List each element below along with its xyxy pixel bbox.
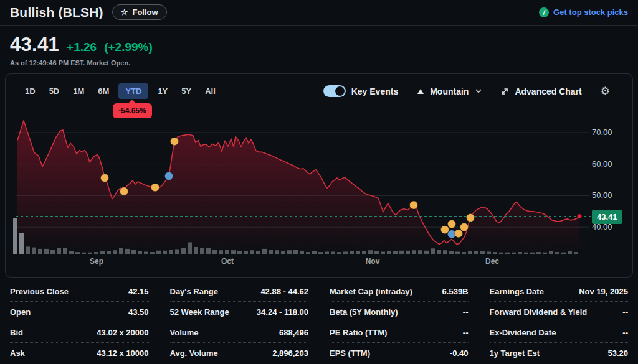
chart-type-label: Mountain [430,86,469,96]
x-tick-dec: Dec [485,257,499,266]
stat-value: -- [463,307,469,317]
range-tab-1m[interactable]: 1M [69,83,88,99]
stat-label: Previous Close [10,287,69,296]
key-events-label: Key Events [351,86,398,96]
stat-label: Avg. Volume [170,348,218,358]
stat-value: 53.20 [607,348,628,358]
stat-row: Volume688,496 [170,322,309,343]
event-yellow-marker[interactable] [171,138,179,146]
price-change: +1.26 [67,40,97,54]
stat-value: 42.15 [128,287,149,296]
stat-row: Open43.50 [10,302,149,322]
advanced-chart-label: Advanced Chart [515,86,581,96]
chart-panel: 1D5D1M6MYTD1Y5YAll Key Events Mountain A… [5,73,633,278]
stats-column-2: Day's Range42.88 - 44.6252 Week Range34.… [170,281,309,363]
y-tick-60.00: 60.00 [592,159,612,169]
range-tab-all[interactable]: All [201,83,220,99]
range-tab-ytd[interactable]: YTD [118,83,148,99]
gear-icon[interactable]: ⚙ [601,86,610,96]
x-tick-sep: Sep [90,257,103,266]
stat-value: 43.12 x 10000 [97,348,148,358]
chart-type-dropdown[interactable]: Mountain [417,86,482,96]
stat-label: Open [10,307,31,317]
stat-label: Beta (5Y Monthly) [330,307,398,317]
stat-row: Bid43.02 x 20000 [10,322,149,343]
stat-label: 52 Week Range [170,307,229,317]
stat-value: Nov 19, 2025 [579,287,628,296]
stat-row: Forward Dividend & Yield-- [490,302,629,322]
event-yellow-marker[interactable] [410,201,418,209]
follow-label: Follow [132,7,158,17]
stat-label: PE Ratio (TTM) [330,328,387,337]
stat-value: 42.88 - 44.62 [260,287,308,296]
price-chart[interactable] [6,74,632,277]
top-stock-picks-link[interactable]: / Get top stock picks [539,7,628,17]
stat-value: 43.50 [128,307,149,317]
premium-badge-icon: / [539,7,549,17]
expand-arrow-icon [500,87,509,96]
range-tab-5d[interactable]: 5D [45,83,64,99]
price-row: 43.41 +1.26 (+2.99%) [0,26,638,56]
stats-column-3: Market Cap (intraday)6.539BBeta (5Y Mont… [330,281,469,363]
advanced-chart-button[interactable]: Advanced Chart [500,86,581,96]
key-events-toggle[interactable] [323,85,346,97]
market-status-text: As of 12:49:46 PM EST. Market Open. [0,56,638,67]
y-tick-50.00: 50.00 [592,190,612,200]
stat-value: -- [622,328,628,337]
event-blue-marker[interactable] [165,172,173,180]
event-yellow-marker[interactable] [151,184,160,192]
range-tab-1y[interactable]: 1Y [153,83,172,99]
stat-value: -0.40 [450,348,469,358]
key-events-control: Key Events [323,85,398,97]
y-tick-70.00: 70.00 [592,128,612,137]
stat-value: 688,496 [279,328,308,337]
stat-label: Market Cap (intraday) [330,287,412,296]
range-tab-1d[interactable]: 1D [21,83,40,99]
stats-column-1: Previous Close42.15Open43.50Bid43.02 x 2… [10,281,149,363]
stat-row: Previous Close42.15 [10,281,149,302]
event-yellow-marker[interactable] [467,213,475,222]
quote-statistics: Previous Close42.15Open43.50Bid43.02 x 2… [0,278,638,363]
page-title: Bullish (BLSH) [10,5,103,20]
current-price: 43.41 [10,34,59,56]
stat-label: 1y Target Est [490,348,540,358]
stat-row: Avg. Volume2,896,203 [170,343,309,363]
stat-label: Bid [10,328,23,337]
chevron-down-icon [475,89,482,93]
follow-button[interactable]: ☆ Follow [112,4,167,20]
price-change-percent: (+2.99%) [104,40,153,54]
event-yellow-marker[interactable] [448,220,456,228]
stat-value: 34.24 - 118.00 [257,307,308,317]
stat-row: Day's Range42.88 - 44.62 [170,281,309,302]
stat-label: Day's Range [170,287,219,296]
stat-row: PE Ratio (TTM)-- [330,322,469,343]
header: Bullish (BLSH) ☆ Follow / Get top stock … [0,0,638,26]
ytd-change-badge: -54.65% [113,103,152,118]
chart-toolbar: 1D5D1M6MYTD1Y5YAll Key Events Mountain A… [6,74,632,99]
stat-row: Earnings DateNov 19, 2025 [490,281,629,302]
stat-label: EPS (TTM) [330,348,370,358]
stat-row: Market Cap (intraday)6.539B [330,281,469,302]
stat-row: 52 Week Range34.24 - 118.00 [170,302,309,322]
stat-value: -- [622,307,628,317]
event-yellow-marker[interactable] [120,187,128,195]
range-tabs: 1D5D1M6MYTD1Y5YAll [21,83,220,99]
stat-label: Forward Dividend & Yield [490,307,588,317]
stat-row: 1y Target Est53.20 [490,343,629,363]
event-yellow-marker[interactable] [455,230,463,238]
event-yellow-marker[interactable] [101,174,109,182]
stat-value: -- [463,328,469,337]
toggle-knob [335,86,345,96]
x-tick-oct: Oct [221,257,234,266]
x-tick-nov: Nov [366,257,380,266]
stat-row: Beta (5Y Monthly)-- [330,302,469,322]
current-price-tag: 43.41 [592,210,622,224]
stat-row: EPS (TTM)-0.40 [330,343,469,363]
stat-label: Ask [10,348,25,358]
stat-value: 6.539B [442,287,469,296]
range-tab-6m[interactable]: 6M [93,83,113,99]
range-tab-5y[interactable]: 5Y [177,83,196,99]
stat-label: Earnings Date [490,287,544,296]
stat-label: Ex-Dividend Date [490,328,556,337]
event-yellow-marker[interactable] [460,223,469,231]
